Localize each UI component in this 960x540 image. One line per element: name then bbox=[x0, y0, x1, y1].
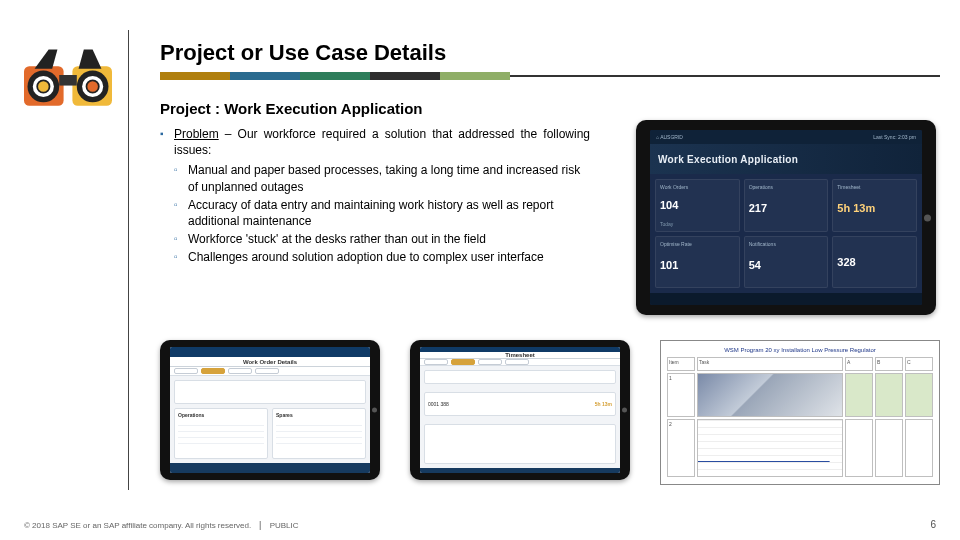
screen-header: Work Order Details bbox=[170, 357, 370, 367]
body-text: Problem – Our workforce required a solut… bbox=[160, 126, 590, 268]
doc-photo bbox=[697, 373, 843, 417]
doc-col-header: Task bbox=[697, 357, 843, 371]
binoculars-icon bbox=[24, 44, 112, 106]
app-timesheet: Timesheet 0001 388 5h 13m bbox=[420, 347, 620, 473]
doc-cell bbox=[845, 373, 873, 417]
tablet-mock-main: ⌂ AUSGRID Last Sync: 2:03 pm Work Execut… bbox=[636, 120, 936, 315]
bullet-item: Challenges around solution adoption due … bbox=[174, 249, 590, 265]
entry-card: 0001 388 5h 13m bbox=[424, 392, 616, 416]
doc-cell bbox=[875, 419, 903, 477]
operations-panel: Operations bbox=[174, 408, 268, 459]
page-number: 6 bbox=[930, 519, 936, 530]
doc-col-header: Item bbox=[667, 357, 695, 371]
vertical-divider bbox=[128, 30, 129, 490]
tile-notifications: Notifications 54 bbox=[744, 236, 829, 289]
app-work-order-details: Work Order Details Operations Spares bbox=[170, 347, 370, 473]
tablet-mock-detail-1: Work Order Details Operations Spares bbox=[160, 340, 380, 480]
doc-col-header: A bbox=[845, 357, 873, 371]
tile-optimise: Optimise Rate 101 bbox=[655, 236, 740, 289]
doc-signature bbox=[697, 419, 843, 477]
doc-col-header: C bbox=[905, 357, 933, 371]
slide: Project or Use Case Details Project : Wo… bbox=[0, 0, 960, 540]
home-button-icon bbox=[372, 408, 377, 413]
summary-panel bbox=[174, 380, 366, 404]
doc-title: WSM Program 20 xy Installation Low Press… bbox=[667, 347, 933, 353]
svg-rect-2 bbox=[59, 75, 77, 86]
copyright-text: © 2018 SAP SE or an SAP affiliate compan… bbox=[24, 521, 251, 530]
last-sync-text: Last Sync: 2:03 pm bbox=[873, 134, 916, 140]
doc-cell: 1 bbox=[667, 373, 695, 417]
tile-work-orders: Work Orders 104 Today bbox=[655, 179, 740, 232]
svg-point-8 bbox=[86, 80, 98, 92]
bullet-item: Manual and paper based processes, taking… bbox=[174, 162, 590, 194]
filter-panel bbox=[424, 370, 616, 384]
classification-text: PUBLIC bbox=[270, 521, 299, 530]
tile-operations: Operations 217 bbox=[744, 179, 829, 232]
bullet-item: Workforce 'stuck' at the desks rather th… bbox=[174, 231, 590, 247]
home-button-icon bbox=[622, 408, 627, 413]
app-logo-text: ⌂ AUSGRID bbox=[656, 134, 683, 140]
page-title: Project or Use Case Details bbox=[160, 40, 446, 66]
blank-panel bbox=[424, 424, 616, 464]
doc-cell bbox=[905, 419, 933, 477]
home-button-icon bbox=[924, 214, 931, 221]
app-tabbar bbox=[650, 293, 922, 305]
screen-header: Timesheet bbox=[420, 352, 620, 359]
accent-bar bbox=[160, 72, 940, 80]
app-dashboard: ⌂ AUSGRID Last Sync: 2:03 pm Work Execut… bbox=[650, 130, 922, 305]
spares-panel: Spares bbox=[272, 408, 366, 459]
doc-col-header: B bbox=[875, 357, 903, 371]
svg-point-7 bbox=[37, 80, 49, 92]
doc-cell: 2 bbox=[667, 419, 695, 477]
doc-cell bbox=[875, 373, 903, 417]
project-subtitle: Project : Work Execution Application bbox=[160, 100, 423, 117]
doc-cell bbox=[845, 419, 873, 477]
bullet-item: Accuracy of data entry and maintaining w… bbox=[174, 197, 590, 229]
problem-lead-text: – Our workforce required a solution that… bbox=[174, 127, 590, 157]
slide-footer: © 2018 SAP SE or an SAP affiliate compan… bbox=[24, 521, 299, 530]
tile-timesheet: Timesheet 5h 13m bbox=[832, 179, 917, 232]
problem-label: Problem bbox=[174, 127, 219, 141]
doc-cell bbox=[905, 373, 933, 417]
tablet-mock-detail-2: Timesheet 0001 388 5h 13m bbox=[410, 340, 630, 480]
tile-misc: 328 bbox=[832, 236, 917, 289]
app-hero-title: Work Execution Application bbox=[650, 144, 922, 174]
document-thumbnail: WSM Program 20 xy Installation Low Press… bbox=[660, 340, 940, 485]
